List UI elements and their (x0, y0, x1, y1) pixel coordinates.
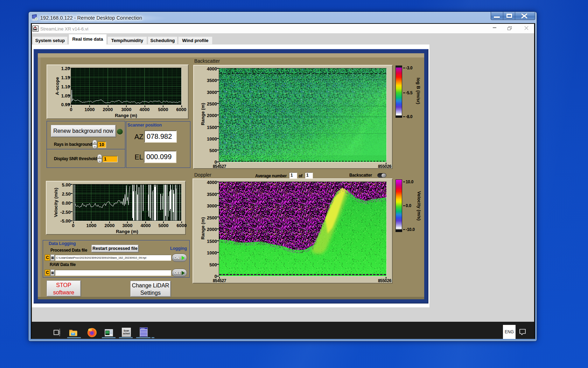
svg-text:WEEK: WEEK (141, 328, 145, 329)
